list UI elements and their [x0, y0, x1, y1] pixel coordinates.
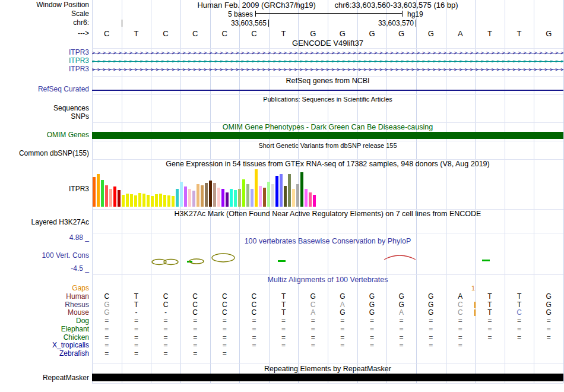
alignment-base: G [534, 293, 563, 301]
alignment-base: = [269, 325, 299, 333]
alignment-base: = [269, 342, 299, 349]
species-label-elephant[interactable]: Elephant [0, 325, 89, 333]
gtex-tissue-bar [151, 196, 154, 207]
track-label-common-dbsnp[interactable]: Common dbSNP(155) [0, 150, 89, 157]
gtex-tissue-bar [288, 174, 291, 207]
alignment-base: = [92, 350, 122, 358]
gtex-tissue-bar [251, 189, 254, 207]
gtex-tissue-bar [109, 189, 112, 207]
gtex-tissue-bar [176, 189, 179, 207]
alignment-base: T [122, 293, 151, 301]
alignment-base: T [269, 309, 299, 317]
alignment-base: = [298, 342, 328, 349]
gtex-title: Gene Expression in 54 tissues from GTEx … [92, 160, 563, 168]
track-label-omim-genes[interactable]: OMIM Genes [0, 131, 89, 139]
alignment-base: = [151, 350, 180, 358]
refseq-gene-line[interactable] [92, 90, 563, 91]
track-label-100-vert-cons[interactable]: 100 Vert. Cons [0, 252, 89, 260]
alignment-base: C [180, 309, 210, 317]
alignment-base: = [180, 325, 210, 333]
sequence-base: A [446, 30, 476, 38]
gtex-tissue-bar [134, 195, 137, 207]
alignment-base: A [386, 309, 416, 317]
track-separator [92, 48, 563, 49]
track-label-repeatmasker[interactable]: RepeatMasker [0, 374, 89, 382]
conservation-mark [482, 260, 490, 261]
insertion-marker [474, 309, 476, 316]
sequence-base: T [475, 30, 505, 38]
omim-gene-bar[interactable] [92, 132, 563, 139]
repeatmasker-bar[interactable] [92, 374, 563, 381]
alignment-base: = [534, 317, 563, 325]
gtex-expression-chart[interactable] [93, 169, 318, 207]
sequence-track[interactable]: CTCCCCTGGGGGATTG [0, 30, 564, 38]
species-label-zebrafish[interactable]: Zebrafish [0, 350, 89, 358]
alignment-base: G [416, 293, 446, 301]
alignment-base: = [92, 325, 122, 333]
alignment-base: = [239, 317, 269, 325]
species-label-mouse[interactable]: Mouse [0, 309, 89, 317]
species-label-human[interactable]: Human [0, 293, 89, 301]
alignment-base: = [210, 342, 240, 349]
alignment-base: = [269, 317, 299, 325]
conservation-track[interactable] [92, 235, 563, 273]
gtex-tissue-bar [259, 186, 262, 207]
gaps-label[interactable]: Gaps [0, 284, 89, 292]
species-label-dog[interactable]: Dog [0, 317, 89, 325]
alignment-base: C [92, 293, 122, 301]
track-label-itpr3-3[interactable]: ITPR3 [0, 65, 89, 73]
gene-row-itpr3-1[interactable]: >>>>>>>>>>>>>>>>>>>>>>>>>>>>>>>>>>>>>>>>… [92, 49, 563, 56]
alignment-base: = [505, 334, 534, 342]
alignment-base: = [328, 317, 357, 325]
gtex-tissue-bar [201, 185, 204, 207]
track-label-snps[interactable]: SNPs [0, 113, 89, 121]
alignment-base: G [328, 309, 357, 317]
gtex-tissue-bar [159, 194, 162, 207]
gtex-tissue-bar [192, 191, 195, 207]
strand-arrows: >>>>>>>>>>>>>>>>>>>>>>>>>>>>>>>>>>>>>>>>… [92, 49, 563, 56]
track-separator [92, 383, 563, 384]
species-label-x-tropicalis[interactable]: X_tropicalis [0, 342, 89, 349]
strand-arrows: >>>>>>>>>>>>>>>>>>>>>>>>>>>>>>>>>>>>>>>>… [92, 66, 563, 73]
track-label-itpr3-2[interactable]: ITPR3 [0, 57, 89, 65]
alignment-base: G [92, 309, 122, 317]
gtex-tissue-bar [280, 174, 283, 207]
alignment-base: = [92, 317, 122, 325]
ruler-tick [416, 20, 416, 27]
alignment-base: = [122, 317, 151, 325]
alignment-base: = [386, 317, 416, 325]
scale-label: Scale [0, 10, 89, 18]
gene-row-itpr3-2[interactable]: >>>>>>>>>>>>>>>>>>>>>>>>>>>>>>>>>>>>>>>>… [92, 58, 563, 65]
scale-bar [255, 11, 403, 17]
alignment-base: T [475, 309, 505, 317]
gtex-tissue-bar [275, 176, 278, 207]
alignment-base: T [505, 293, 534, 301]
track-label-refseq-curated[interactable]: RefSeq Curated [0, 86, 89, 93]
gtex-tissue-bar [197, 184, 199, 207]
track-label-gtex-itpr3[interactable]: ITPR3 [0, 185, 89, 193]
gtex-tissue-bar [126, 194, 129, 207]
alignment-base: C [210, 293, 240, 301]
gtex-tissue-bar [284, 186, 287, 207]
gene-row-itpr3-3[interactable]: >>>>>>>>>>>>>>>>>>>>>>>>>>>>>>>>>>>>>>>>… [92, 66, 563, 73]
alignment-base: = [239, 342, 269, 349]
gtex-tissue-bar [305, 189, 308, 207]
alignment-base: = [505, 325, 534, 333]
gtex-tissue-bar [226, 192, 229, 207]
track-label-itpr3-1[interactable]: ITPR3 [0, 49, 89, 56]
track-label-sequences[interactable]: Sequences [0, 105, 89, 112]
gtex-tissue-bar [221, 189, 224, 207]
track-label-layered-h3k27ac[interactable]: Layered H3K27Ac [0, 219, 89, 226]
alignment-base: = [386, 325, 416, 333]
gtex-tissue-bar [97, 174, 100, 207]
gtex-tissue-bar [118, 190, 121, 207]
alignment-base: G [416, 309, 446, 317]
alignment-base: = [239, 325, 269, 333]
gtex-tissue-bar [230, 189, 233, 207]
alignment-base: = [151, 325, 180, 333]
alignment-base: = [151, 342, 180, 349]
gtex-tissue-bar [184, 186, 187, 207]
sequence-base: C [210, 30, 240, 38]
alignment-base: = [475, 325, 505, 333]
alignment-base: G [357, 293, 387, 301]
